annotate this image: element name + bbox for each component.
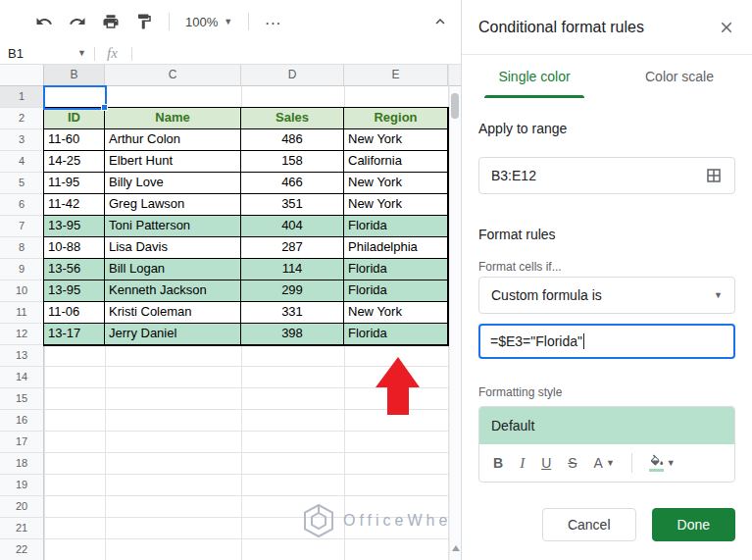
column-header-C[interactable]: C xyxy=(105,65,241,86)
done-button[interactable]: Done xyxy=(652,508,735,541)
cell[interactable]: Arthur Colon xyxy=(105,129,241,151)
cell[interactable]: 486 xyxy=(241,129,344,151)
table-header-name[interactable]: Name xyxy=(105,108,241,129)
row-header-1[interactable]: 1 xyxy=(0,86,44,108)
row-header-5[interactable]: 5 xyxy=(0,173,44,194)
cell[interactable]: 13-17 xyxy=(44,324,105,345)
tab-color-scale[interactable]: Color scale xyxy=(607,55,752,98)
row-header-2[interactable]: 2 xyxy=(0,108,44,129)
row-header-3[interactable]: 3 xyxy=(0,129,44,151)
undo-icon[interactable] xyxy=(35,13,53,30)
row-header-9[interactable]: 9 xyxy=(0,259,44,280)
paint-format-icon[interactable] xyxy=(135,13,153,30)
cell[interactable]: New York xyxy=(344,194,448,216)
cell[interactable]: New York xyxy=(344,302,448,324)
cell[interactable]: 13-56 xyxy=(44,259,105,280)
row-header-16[interactable]: 16 xyxy=(0,410,44,432)
scrollbar-up-arrow[interactable] xyxy=(452,545,460,551)
cell[interactable]: 331 xyxy=(241,302,344,324)
cell[interactable]: Florida xyxy=(344,324,448,345)
cell[interactable]: Toni Patterson xyxy=(105,216,241,237)
cell[interactable]: 11-42 xyxy=(44,194,105,216)
table-header-sales[interactable]: Sales xyxy=(241,108,344,129)
cell[interactable]: 14-25 xyxy=(44,151,105,173)
redo-icon[interactable] xyxy=(69,13,86,30)
row-header-22[interactable]: 22 xyxy=(0,539,44,560)
bold-icon[interactable]: B xyxy=(493,456,503,470)
cell[interactable]: New York xyxy=(344,129,448,151)
row-header-13[interactable]: 13 xyxy=(0,345,44,367)
cell[interactable]: Greg Lawson xyxy=(105,194,241,216)
formula-value: =$E3="Florida" xyxy=(490,333,582,349)
cell[interactable]: Billy Love xyxy=(105,173,241,194)
more-options-icon[interactable]: ... xyxy=(265,11,281,33)
row-header-6[interactable]: 6 xyxy=(0,194,44,216)
collapse-toolbar-icon[interactable] xyxy=(431,13,449,30)
row-header-7[interactable]: 7 xyxy=(0,216,44,237)
fill-color-icon[interactable]: ▼ xyxy=(649,454,676,472)
cell[interactable]: Florida xyxy=(344,259,448,280)
sheet-grid[interactable]: BCDE12345678910111213141516171819202122I… xyxy=(0,65,461,560)
cell[interactable]: 404 xyxy=(241,216,344,237)
cell[interactable]: 158 xyxy=(241,151,344,173)
row-header-12[interactable]: 12 xyxy=(0,324,44,345)
cell[interactable]: Philadelphia xyxy=(344,237,448,259)
close-icon[interactable] xyxy=(718,19,735,36)
column-header-B[interactable]: B xyxy=(44,65,105,86)
cell[interactable]: California xyxy=(344,151,448,173)
row-header-20[interactable]: 20 xyxy=(0,496,44,518)
row-header-14[interactable]: 14 xyxy=(0,367,44,388)
cell[interactable]: 351 xyxy=(241,194,344,216)
cell[interactable]: 466 xyxy=(241,173,344,194)
cell[interactable]: 13-95 xyxy=(44,216,105,237)
cell[interactable]: Jerry Daniel xyxy=(105,324,241,345)
cell[interactable]: 299 xyxy=(241,280,344,302)
row-header-18[interactable]: 18 xyxy=(0,453,44,475)
cell[interactable]: 11-95 xyxy=(44,173,105,194)
cell[interactable]: 11-60 xyxy=(44,129,105,151)
range-input[interactable]: B3:E12 xyxy=(478,157,735,194)
row-header-4[interactable]: 4 xyxy=(0,151,44,173)
range-picker-grid-icon[interactable] xyxy=(705,167,723,184)
table-header-region[interactable]: Region xyxy=(344,108,448,129)
cell[interactable]: 11-06 xyxy=(44,302,105,324)
row-header-8[interactable]: 8 xyxy=(0,237,44,259)
cell[interactable]: Florida xyxy=(344,216,448,237)
cell[interactable]: Kristi Coleman xyxy=(105,302,241,324)
cell[interactable]: Kenneth Jackson xyxy=(105,280,241,302)
column-header-E[interactable]: E xyxy=(344,65,448,86)
tab-single-color[interactable]: Single color xyxy=(462,55,607,98)
column-header-D[interactable]: D xyxy=(241,65,344,86)
row-header-10[interactable]: 10 xyxy=(0,280,44,302)
cell[interactable]: 398 xyxy=(241,324,344,345)
select-all-corner[interactable] xyxy=(0,65,44,86)
custom-formula-input[interactable]: =$E3="Florida" xyxy=(478,324,735,359)
cell[interactable]: Elbert Hunt xyxy=(105,151,241,173)
row-header-17[interactable]: 17 xyxy=(0,432,44,453)
cell[interactable]: New York xyxy=(344,173,448,194)
row-header-21[interactable]: 21 xyxy=(0,518,44,539)
underline-icon[interactable]: U xyxy=(541,456,551,470)
cancel-button[interactable]: Cancel xyxy=(542,508,636,541)
cell[interactable]: 287 xyxy=(241,237,344,259)
cell[interactable]: 114 xyxy=(241,259,344,280)
name-box[interactable]: B1 ▼ xyxy=(0,43,94,64)
vertical-scrollbar[interactable] xyxy=(449,86,461,560)
spreadsheet-region: 100% ▼ ... B1 ▼ fx xyxy=(0,0,461,560)
row-header-11[interactable]: 11 xyxy=(0,302,44,324)
strikethrough-icon[interactable]: S xyxy=(568,456,577,470)
table-header-id[interactable]: ID xyxy=(44,108,105,129)
cell[interactable]: Bill Logan xyxy=(105,259,241,280)
text-color-icon[interactable]: A ▼ xyxy=(594,456,615,470)
scrollbar-thumb[interactable] xyxy=(451,93,459,119)
cell[interactable]: Lisa Davis xyxy=(105,237,241,259)
cell[interactable]: 10-88 xyxy=(44,237,105,259)
row-header-19[interactable]: 19 xyxy=(0,475,44,496)
print-icon[interactable] xyxy=(102,13,120,30)
condition-dropdown[interactable]: Custom formula is ▼ xyxy=(478,277,735,314)
italic-icon[interactable]: I xyxy=(520,456,525,471)
cell[interactable]: 13-95 xyxy=(44,280,105,302)
cell[interactable]: Florida xyxy=(344,280,448,302)
zoom-control[interactable]: 100% ▼ xyxy=(185,15,232,29)
row-header-15[interactable]: 15 xyxy=(0,388,44,410)
